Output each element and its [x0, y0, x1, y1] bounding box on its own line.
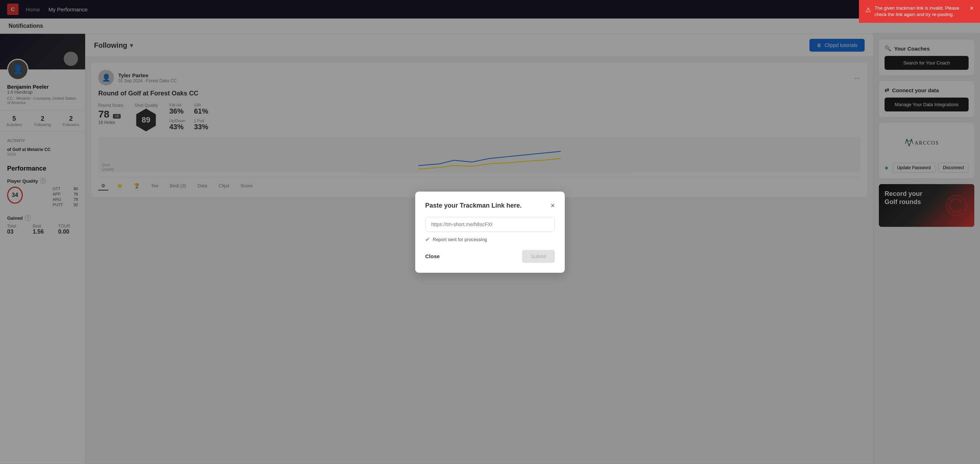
- success-icon: ✔: [425, 236, 430, 243]
- trackman-modal: Paste your Trackman Link here. × ✔ Repor…: [415, 192, 565, 273]
- modal-close-button[interactable]: Close: [425, 253, 440, 259]
- warning-icon: ⚠: [865, 6, 871, 14]
- trackman-link-input[interactable]: [425, 217, 555, 232]
- error-toast: ⚠ The given trackman link is invalid. Pl…: [859, 0, 980, 23]
- modal-title: Paste your Trackman Link here.: [425, 202, 522, 210]
- modal-overlay: Paste your Trackman Link here. × ✔ Repor…: [0, 0, 980, 464]
- modal-success-message: ✔ Report sent for processing: [425, 236, 555, 243]
- modal-close-x-button[interactable]: ×: [550, 202, 555, 210]
- modal-submit-button[interactable]: Submit: [522, 250, 555, 263]
- modal-footer: Close Submit: [425, 250, 555, 263]
- toast-close-button[interactable]: ×: [970, 5, 974, 11]
- modal-header: Paste your Trackman Link here. ×: [425, 202, 555, 210]
